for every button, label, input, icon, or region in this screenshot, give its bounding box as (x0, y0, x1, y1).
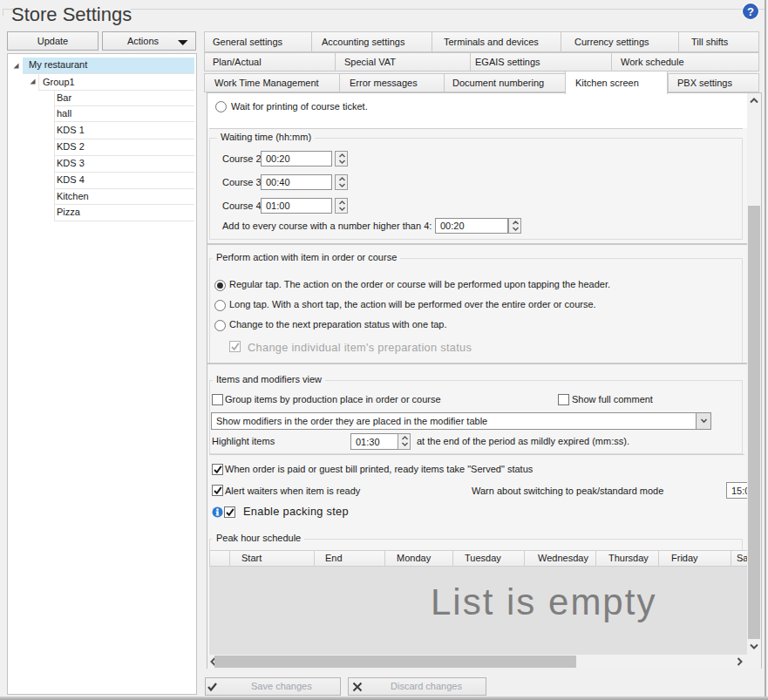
svg-text:?: ? (747, 5, 754, 18)
